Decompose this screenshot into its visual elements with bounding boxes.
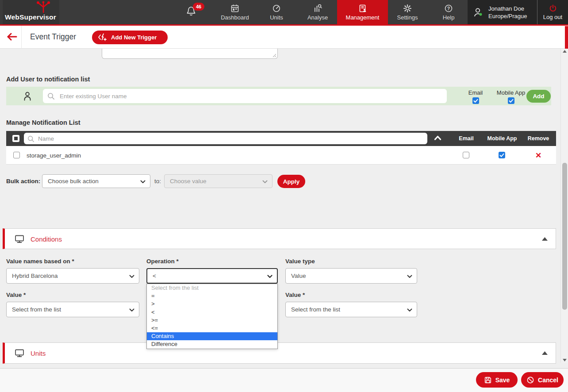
value-left-label: Value *: [6, 292, 26, 298]
vertical-scrollbar[interactable]: [560, 49, 568, 363]
add-user-button[interactable]: Add: [526, 90, 551, 103]
row-mobile-checkbox[interactable]: [499, 152, 505, 158]
bulk-value-value: Choose value: [170, 178, 207, 184]
dropdown-option[interactable]: Difference: [147, 340, 277, 348]
toolbar-divider: [21, 26, 22, 49]
mobile-app-checkbox[interactable]: [508, 97, 514, 104]
nav-user-area: Jonathan Doe Europe/Prague Log out: [468, 0, 568, 24]
nav-item-units[interactable]: Units: [262, 0, 291, 24]
back-arrow-icon: [5, 31, 18, 42]
value-right-value: Select from the list: [291, 306, 340, 313]
sort-up-icon[interactable]: [434, 135, 441, 140]
table-row: storage_user_admin ✕: [6, 146, 556, 165]
row-select-checkbox[interactable]: [13, 152, 20, 158]
logout-label: Log out: [543, 14, 562, 20]
operation-select[interactable]: <: [146, 268, 278, 284]
apply-button[interactable]: Apply: [277, 175, 305, 188]
dropdown-option[interactable]: <=: [147, 324, 277, 332]
user-menu[interactable]: Jonathan Doe Europe/Prague: [468, 0, 537, 24]
dropdown-option[interactable]: <: [147, 308, 277, 316]
nav-item-settings[interactable]: Settings: [390, 0, 425, 24]
user-search-input[interactable]: [43, 89, 447, 103]
resize-handle-icon[interactable]: [272, 53, 276, 58]
collapse-arrow-icon[interactable]: [542, 237, 548, 241]
row-email-checkbox[interactable]: [463, 152, 469, 158]
chevron-down-icon: [129, 308, 134, 312]
person-icon: [22, 91, 33, 101]
units-section: Units: [3, 342, 556, 364]
trigger-icon: [98, 33, 107, 42]
bulk-to-label: to:: [154, 178, 161, 184]
mobile-app-option: Mobile App: [495, 89, 526, 104]
save-icon: [484, 376, 492, 384]
nav-item-dashboard[interactable]: Dashboard: [215, 0, 254, 24]
chevron-down-icon: [140, 180, 146, 184]
help-icon: ?: [444, 4, 453, 13]
column-mobile-app: Mobile App: [484, 135, 520, 142]
value-right-select[interactable]: Select from the list: [285, 302, 417, 317]
dropdown-option[interactable]: Select from the list: [147, 284, 277, 292]
bulk-action-value: Choose bulk action: [48, 178, 99, 184]
dropdown-option-highlighted[interactable]: Contains: [147, 332, 277, 340]
search-icon: [47, 92, 55, 100]
monitor-icon: [15, 349, 24, 357]
back-button[interactable]: [5, 31, 19, 43]
trident-logo-icon: [34, 1, 53, 13]
value-type-select[interactable]: Value: [285, 268, 417, 284]
conditions-title: Conditions: [31, 235, 62, 242]
value-names-select[interactable]: Hybrid Barcelona: [6, 268, 139, 284]
nav-item-management[interactable]: Management: [337, 0, 388, 24]
operation-dropdown-list: Select from the list = > < >= <= Contain…: [146, 284, 278, 349]
value-right-label: Value *: [285, 292, 305, 298]
cancel-button[interactable]: Cancel: [521, 372, 564, 388]
notifications-bell[interactable]: 46: [185, 4, 208, 22]
scroll-up-icon[interactable]: [563, 50, 567, 53]
description-textarea[interactable]: [102, 49, 278, 59]
check-icon: [499, 153, 504, 158]
dropdown-option[interactable]: >: [147, 300, 277, 308]
scroll-down-icon[interactable]: [563, 359, 567, 361]
chevron-down-icon: [129, 275, 134, 278]
value-type-label: Value type: [285, 258, 315, 265]
operation-value: <: [153, 273, 156, 279]
nav-item-help[interactable]: ? Help: [435, 0, 462, 24]
power-icon: [549, 4, 557, 13]
chevron-down-icon: [267, 275, 272, 278]
dropdown-option[interactable]: =: [147, 292, 277, 300]
add-user-heading: Add User to notification list: [6, 76, 90, 83]
save-button[interactable]: Save: [476, 372, 518, 388]
add-new-trigger-button[interactable]: Add New Trigger: [92, 31, 168, 44]
email-checkbox[interactable]: [472, 97, 479, 104]
cancel-label: Cancel: [538, 377, 558, 384]
brand-logo[interactable]: WebSupervisor: [3, 0, 59, 24]
scrollbar-thumb[interactable]: [562, 163, 567, 310]
units-title: Units: [31, 350, 46, 357]
value-left-value: Select from the list: [12, 306, 61, 313]
dropdown-option[interactable]: >=: [147, 316, 277, 324]
logout-button[interactable]: Log out: [537, 0, 568, 24]
status-dot: [480, 13, 482, 15]
name-filter-input[interactable]: [24, 133, 427, 144]
user-avatar-icon: [473, 7, 484, 18]
management-icon: [358, 4, 367, 13]
bulk-action-select[interactable]: Choose bulk action: [42, 174, 150, 188]
mobile-app-label: Mobile App: [497, 89, 525, 96]
collapse-arrow-icon[interactable]: [542, 351, 548, 355]
bulk-action-label: Bulk action:: [6, 178, 40, 184]
operation-label: Operation *: [146, 258, 179, 265]
value-left-select[interactable]: Select from the list: [6, 302, 139, 317]
remove-icon[interactable]: ✕: [532, 151, 545, 160]
email-label: Email: [468, 89, 483, 96]
save-label: Save: [495, 377, 510, 384]
nav-item-label: Units: [270, 14, 283, 21]
select-all-checkbox[interactable]: [12, 135, 19, 142]
search-icon: [27, 135, 35, 142]
svg-text:?: ?: [447, 6, 450, 11]
chevron-down-icon: [407, 308, 412, 312]
bulk-value-select[interactable]: Choose value: [164, 174, 272, 188]
chevron-down-icon: [262, 180, 268, 184]
units-gauge-icon: [272, 4, 281, 13]
nav-item-analyse[interactable]: Analyse: [299, 0, 336, 24]
column-email: Email: [453, 135, 480, 142]
nav-item-label: Management: [346, 14, 380, 21]
